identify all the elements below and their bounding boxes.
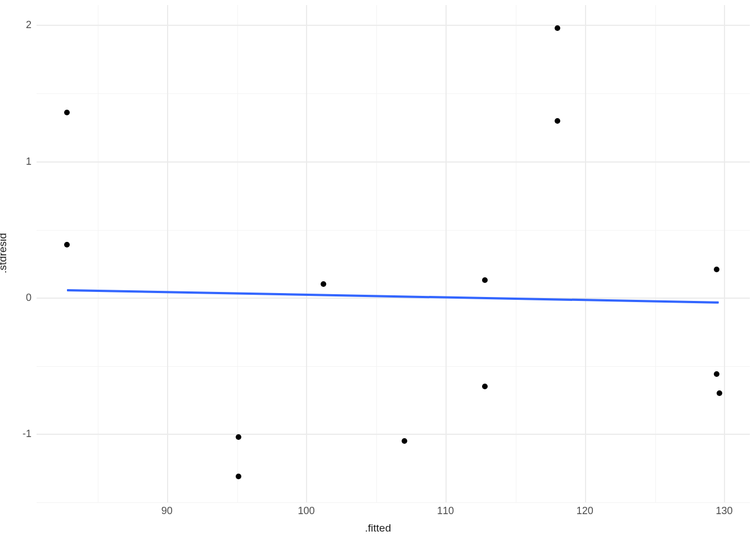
data-point (236, 434, 241, 440)
data-point (321, 281, 326, 287)
data-point (64, 242, 70, 248)
grid-major-h (37, 161, 750, 163)
chart-container: .stdresid .fitted 90100110120130 -1012 (0, 0, 756, 540)
grid-major-v (167, 5, 168, 502)
grid-minor-h (37, 230, 750, 231)
x-axis-title-text: .fitted (365, 522, 391, 534)
grid-minor-v (98, 5, 98, 502)
grid-major-h (37, 434, 750, 435)
x-tick-label: 90 (161, 505, 173, 517)
grid-minor-h (37, 93, 750, 94)
x-tick-label: 130 (716, 505, 732, 517)
x-tick-label: 110 (437, 505, 454, 517)
data-point (64, 110, 70, 115)
data-point (482, 277, 488, 283)
data-point (717, 390, 722, 396)
trend-line (67, 289, 719, 304)
y-axis-title-text: .stdresid (0, 233, 8, 273)
grid-major-h (37, 25, 750, 26)
grid-major-v (724, 5, 725, 502)
data-point (482, 384, 488, 389)
x-tick-label: 100 (298, 505, 314, 517)
grid-major-v (306, 5, 307, 502)
grid-minor-v (516, 5, 516, 502)
grid-minor-v (376, 5, 377, 502)
data-point (555, 25, 560, 31)
grid-minor-v (655, 5, 656, 502)
y-tick-label: 2 (26, 19, 32, 31)
grid-major-h (37, 298, 750, 299)
x-tick-label: 120 (577, 505, 593, 517)
y-tick-label: 0 (26, 291, 32, 303)
data-point (555, 118, 560, 124)
grid-minor-h (37, 366, 750, 367)
y-axis-title: .stdresid (0, 233, 9, 273)
x-axis-title: .fitted (0, 522, 756, 534)
y-tick-label: 1 (26, 155, 32, 167)
data-point (714, 267, 719, 272)
grid-major-v (585, 5, 586, 502)
grid-major-v (446, 5, 447, 502)
plot-panel (36, 4, 750, 503)
data-point (402, 438, 407, 444)
y-tick-label: -1 (22, 428, 32, 439)
grid-minor-v (237, 5, 238, 502)
grid-minor-h (37, 502, 750, 503)
data-point (236, 474, 241, 479)
data-point (714, 371, 719, 377)
